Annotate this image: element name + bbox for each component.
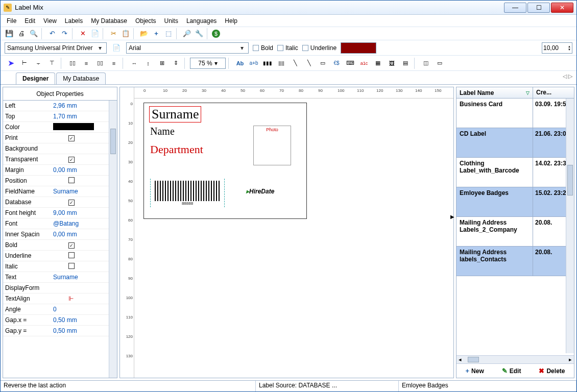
close-button[interactable]: ✕ [551, 3, 573, 13]
labels-hscrollbar[interactable]: ◂▸ [456, 355, 574, 363]
minimize-button[interactable]: — [504, 3, 526, 13]
line-tool-icon[interactable]: ╲ [303, 57, 315, 69]
tab-mydatabase[interactable]: My Database [56, 72, 106, 84]
fit-width-icon[interactable]: ◫ [420, 57, 432, 69]
diagonal-icon[interactable]: ╲ [289, 57, 301, 69]
bold-checkbox[interactable]: Bold [253, 44, 273, 52]
prop-row[interactable]: DisplayForm [3, 283, 109, 293]
field-photo[interactable]: Photo [253, 126, 291, 165]
abc-tool-icon[interactable]: a1c [358, 57, 370, 69]
counter-tool-icon[interactable]: a+b [248, 57, 260, 69]
distribute-h-icon[interactable]: ▯▯ [66, 57, 79, 69]
field-surname[interactable]: Surname [149, 106, 201, 122]
label-list-row[interactable]: Emloyee Badges15.02. 23:22: [456, 187, 574, 217]
label-list-row[interactable]: Business Card03.09. 19:53: [456, 99, 574, 128]
prop-row[interactable]: Bold✓ [3, 240, 109, 251]
new-label-button[interactable]: +New [466, 367, 484, 375]
table-tool-icon[interactable]: ▦ [372, 57, 384, 69]
menu-help[interactable]: Help [222, 16, 241, 26]
prop-row[interactable]: Angle0 [3, 304, 109, 315]
prop-row[interactable]: Transparent✓ [3, 154, 109, 165]
prop-row[interactable]: Database✓ [3, 197, 109, 208]
align-top-icon[interactable]: ≡ [80, 57, 92, 69]
add-alt-icon[interactable]: ⬚ [163, 28, 174, 39]
menu-labels[interactable]: Labels [62, 16, 86, 26]
prop-row[interactable]: Background [3, 143, 109, 154]
align-center-h-icon[interactable]: ⫟ [32, 57, 44, 69]
font-family-select[interactable]: Arial ▾ [126, 42, 249, 54]
barcode2-tool-icon[interactable]: ||||| [275, 57, 287, 69]
align-right-icon[interactable]: ⊤ [46, 57, 58, 69]
label-list-row[interactable]: Clothing Label_with_Barcode14.02. 23:35: [456, 158, 574, 187]
settings-icon[interactable]: 🔧 [194, 28, 205, 39]
center-icon[interactable]: ⊞ [156, 57, 168, 69]
image-tool-icon[interactable]: 🖼 [386, 57, 398, 69]
preview-icon[interactable]: 🔍 [28, 28, 39, 39]
field-department[interactable]: Department [150, 143, 203, 156]
prop-row[interactable]: TextSurname [3, 272, 109, 283]
prop-row[interactable]: Gap.x =0,50 mm [3, 315, 109, 326]
printer-config-icon[interactable]: 📄 [111, 42, 122, 54]
barcode-tool-icon[interactable]: ▮▮▮ [261, 57, 274, 69]
text-tool-icon[interactable]: Ab [234, 57, 246, 69]
label-list-row[interactable]: CD Label21.06. 23:02: [456, 128, 574, 158]
field-name[interactable]: Name [150, 126, 175, 137]
prop-row[interactable]: Font@Batang [3, 218, 109, 229]
field-hiredate[interactable]: ▸HireDate [246, 188, 274, 195]
zoom-select[interactable]: 75 %▾ [190, 58, 226, 69]
currency-icon[interactable]: $ [212, 30, 220, 38]
redo-icon[interactable]: ↷ [59, 28, 70, 39]
save-icon[interactable]: 💾 [4, 28, 15, 39]
print-icon[interactable]: 🖨 [16, 28, 27, 39]
prop-row[interactable]: Top1,70 mm [3, 111, 109, 122]
prop-row[interactable]: Position [3, 176, 109, 186]
prop-row[interactable]: Font height9,00 mm [3, 208, 109, 218]
font-size-input[interactable]: 10,00 ▲▼ [542, 42, 572, 54]
prop-row[interactable]: Margin0,00 mm [3, 165, 109, 176]
prop-row[interactable]: Underline [3, 251, 109, 261]
paste-icon[interactable]: 📋 [120, 28, 131, 39]
menu-mydatabase[interactable]: My Database [88, 16, 130, 26]
labels-vscrollbar[interactable] [566, 99, 574, 353]
col-created[interactable]: Cre... [533, 87, 574, 98]
grid-tool-icon[interactable]: ▤ [399, 57, 412, 69]
tab-designer[interactable]: Designer [16, 72, 55, 84]
field-barcode[interactable]: 88888 [150, 179, 225, 207]
pointer-tool-icon[interactable]: ➤ [5, 57, 17, 69]
spinner-icon[interactable]: ▲▼ [568, 45, 571, 51]
delete-label-button[interactable]: ✖Delete [539, 367, 565, 375]
rect-tool-icon[interactable]: ▭ [317, 57, 329, 69]
space-v-icon[interactable]: ↕ [142, 57, 154, 69]
underline-checkbox[interactable]: Underline [302, 44, 336, 52]
copy-icon[interactable]: 📄 [89, 28, 101, 39]
prop-row[interactable]: Gap.y =0,50 mm [3, 326, 109, 336]
prop-row[interactable]: Print✓ [3, 133, 109, 143]
prop-row[interactable]: Color [3, 122, 109, 133]
prop-row[interactable]: TextAlign⊩ [3, 293, 109, 304]
cut-icon[interactable]: ✂ [108, 28, 119, 39]
menu-file[interactable]: File [4, 16, 19, 26]
properties-scrollbar[interactable] [109, 101, 117, 378]
fit-page-icon[interactable]: ▭ [434, 57, 446, 69]
align-middle-icon[interactable]: ≡ [108, 57, 120, 69]
col-label-name[interactable]: Label Name▽ [456, 87, 533, 98]
undo-icon[interactable]: ↶ [46, 28, 58, 39]
align-left-icon[interactable]: ⊢ [18, 57, 31, 69]
space-h-icon[interactable]: ↔ [128, 57, 140, 69]
tab-nav-arrows[interactable]: ◁ ▷ [563, 73, 572, 80]
currency-tool-icon[interactable]: €$ [330, 57, 343, 69]
prop-row[interactable]: FieldNameSurname [3, 186, 109, 197]
printer-select[interactable]: Samsung Universal Print Driver ▾ [5, 42, 107, 54]
menu-units[interactable]: Units [161, 16, 181, 26]
keyboard-icon[interactable]: ⌨ [344, 57, 356, 69]
distribute-v-icon[interactable]: ▯▯ [94, 57, 106, 69]
add-icon[interactable]: + [151, 28, 162, 39]
prop-row[interactable]: Inner Spacin0,00 mm [3, 229, 109, 240]
label-list-row[interactable]: Mailing Address Labels_2_Company20.08. [456, 217, 574, 247]
prop-row[interactable]: Italic [3, 261, 109, 272]
label-list-row[interactable]: Mailing Address labels_Contacts20.08. [456, 247, 574, 276]
italic-checkbox[interactable]: Italic [277, 44, 298, 52]
menu-languages[interactable]: Languages [183, 16, 220, 26]
delete-icon[interactable]: ✕ [77, 28, 88, 39]
open-folder-icon[interactable]: 📂 [138, 28, 150, 39]
